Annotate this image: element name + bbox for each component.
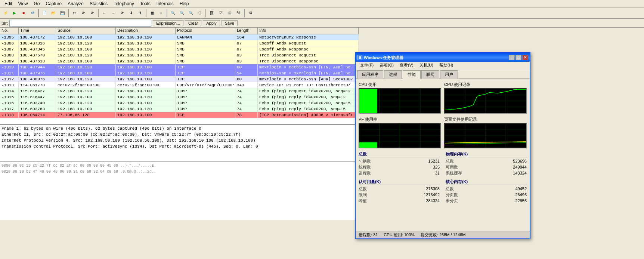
table-row[interactable]: -1309 108.437613 192.168.10.100 192.168.… [0, 58, 359, 64]
tm-totals-section: 总数 句柄数 15231 线程数 325 进程数 31 [359, 151, 440, 176]
cell-dst: 192.168.10.100 [116, 52, 176, 58]
cell-proto: LANMAN [176, 34, 235, 40]
toolbar-btn-6[interactable]: 📂 [49, 9, 58, 17]
tm-menu-options[interactable]: 选项(O) [377, 62, 397, 68]
toolbar-btn-16[interactable]: ▦ [148, 9, 156, 17]
toolbar-btn-10[interactable]: ⟳ [88, 9, 96, 17]
cell-info: Tree Disconnect Request [258, 52, 359, 58]
table-row[interactable]: -1308 108.437570 192.168.10.120 192.168.… [0, 52, 359, 58]
table-row[interactable]: -1316 116.602740 192.168.10.120 192.168.… [0, 100, 359, 106]
toolbar-btn-zoom-out[interactable]: 🔍 [178, 9, 186, 17]
filter-input[interactable] [9, 20, 151, 27]
cell-src: 192.168.10.100 [56, 106, 116, 112]
menu-edit[interactable]: Edit [1, 0, 15, 7]
cell-dst: cc:02:2f:ac:00:00 [116, 82, 176, 88]
table-row[interactable]: -1315 115.616447 192.168.10.100 192.168.… [0, 94, 359, 100]
menu-statistics[interactable]: Statistics [87, 0, 111, 7]
tm-maximize-button[interactable]: □ [515, 55, 521, 60]
tm-menu-help[interactable]: 帮助(H) [436, 62, 456, 68]
table-row[interactable]: -1312 108.438076 192.168.10.120 192.168.… [0, 76, 359, 82]
toolbar-btn-zoom-in[interactable]: 🔍 [169, 9, 177, 17]
tm-menu-file[interactable]: 文件(F) [357, 62, 377, 68]
tm-tab-networking[interactable]: 联网 [421, 70, 439, 79]
tm-commit-peak-value: 284324 [426, 198, 440, 204]
save-button[interactable]: Save [222, 20, 238, 26]
table-row[interactable]: -1305 108.437172 192.168.10.100 192.168.… [0, 34, 359, 40]
cell-no: -1307 [0, 46, 19, 52]
packet-list: No. Time Source Destination Protocol Len… [0, 28, 359, 125]
clear-button[interactable]: Clear [185, 20, 201, 26]
cell-proto: SMB [176, 52, 235, 58]
cell-info: Echo (ping) reply id=0x0200, seq=15 [258, 106, 359, 112]
toolbar-btn-color4[interactable]: % [235, 9, 243, 17]
menu-help[interactable]: Help [177, 0, 192, 7]
table-row[interactable]: -1310 108.437944 192.168.10.120 192.168.… [0, 64, 359, 70]
tm-status-cpu: CPU 使用: 100% [384, 232, 415, 238]
tm-title-icon: 🖥 [357, 55, 362, 60]
tm-menu-view[interactable]: 查看(V) [397, 62, 417, 68]
toolbar-btn-8[interactable]: ✂ [70, 9, 78, 17]
toolbar-btn-zoom-normal[interactable]: 🔍 [187, 9, 195, 17]
tm-cpu-row: CPU 使用 100 % [359, 82, 527, 114]
hex-content: 0000 00 0c 29 c5 22 7f cc 02 2f ac 00 00… [1, 163, 357, 169]
menu-tools[interactable]: Tools [137, 0, 154, 7]
toolbar-btn-misc[interactable]: 🖥 [247, 9, 255, 17]
table-row[interactable]: -1313 114.061778 cc:02:2f:ac:00:00 cc:02… [0, 82, 359, 88]
cell-src: 192.168.10.100 [56, 46, 116, 52]
tm-minimize-button[interactable]: _ [509, 55, 515, 60]
tm-commit-section: 认可用量(K) 总数 275308 限制 1276492 峰值 284324 [359, 179, 440, 204]
tm-tab-performance[interactable]: 性能 [403, 70, 421, 79]
menu-view[interactable]: View [15, 0, 31, 7]
cell-len: 78 [235, 112, 258, 118]
expression-button[interactable]: Expression... [153, 20, 183, 26]
table-row[interactable]: -1311 108.437976 192.168.10.100 192.168.… [0, 70, 359, 76]
tm-tab-processes[interactable]: 进程 [384, 70, 402, 79]
tm-stats-right: 物理内存(K) 总数 523696 可用数 249944 系统缓存 143324 [446, 151, 527, 207]
cell-src: 192.168.10.100 [56, 58, 116, 64]
toolbar-btn-7[interactable]: 💾 [58, 9, 66, 17]
toolbar-btn-15[interactable]: ⬆ [136, 9, 144, 17]
menu-telephony[interactable]: Telephony [111, 0, 137, 7]
toolbar-btn-zoom-fit[interactable]: ⊡ [196, 9, 204, 17]
table-row[interactable]: -1314 115.616427 192.168.10.120 192.168.… [0, 88, 359, 94]
table-row[interactable]: -1317 116.602763 192.168.10.100 192.168.… [0, 106, 359, 112]
menu-go[interactable]: Go [31, 0, 43, 7]
menu-internals[interactable]: Internals [154, 0, 177, 7]
toolbar-sep-6 [205, 9, 206, 17]
cell-info: [TCP Retransmission] 40836 > microsoft [258, 112, 359, 118]
table-row[interactable]: -1306 108.437316 192.168.10.120 192.168.… [0, 40, 359, 46]
menu-capture[interactable]: Capture [43, 0, 65, 7]
toolbar-btn-9[interactable]: ⟳ [79, 9, 87, 17]
toolbar-btn-14[interactable]: ⬇ [127, 9, 135, 17]
toolbar-btn-11[interactable]: ← [100, 9, 108, 17]
tm-handles-row: 句柄数 15231 [359, 158, 440, 164]
tm-pf-usage-section: PF 使用率 274 MB [359, 117, 441, 148]
toolbar-btn-17[interactable]: ▪ [157, 9, 165, 17]
apply-button[interactable]: Apply [203, 20, 220, 26]
detail-line: Ethernet II, Src: cc:02:2f:ac:00:00 (cc:… [1, 132, 357, 138]
toolbar-btn-color3[interactable]: ⊞ [226, 9, 234, 17]
tm-kernel-nonpaged-value: 22956 [515, 198, 527, 204]
toolbar-btn-2[interactable]: ▶ [10, 9, 19, 17]
table-row[interactable]: -1318 136.064714 77.136.66.128 192.168.1… [0, 112, 359, 118]
cell-time: 116.602740 [19, 100, 56, 106]
tm-tab-applications[interactable]: 应用程序 [357, 70, 383, 79]
tm-stats-left: 总数 句柄数 15231 线程数 325 进程数 31 认可用量( [359, 151, 440, 207]
toolbar-btn-color1[interactable]: 🖼 [208, 9, 216, 17]
tm-phys-cache-row: 系统缓存 143324 [446, 170, 527, 176]
toolbar-btn-12[interactable]: → [109, 9, 117, 17]
tm-menu-shutdown[interactable]: 关机(U) [417, 62, 436, 68]
tm-tab-users[interactable]: 用户 [440, 70, 458, 79]
toolbar-btn-3[interactable]: ■ [19, 9, 28, 17]
toolbar-btn-4[interactable]: ↺ [28, 9, 37, 17]
tm-close-button[interactable]: ✕ [522, 55, 528, 60]
col-hdr-length: Length [235, 28, 258, 34]
toolbar-btn-color2[interactable]: ☑ [217, 9, 225, 17]
toolbar-btn-13[interactable]: ⟳ [118, 9, 126, 17]
toolbar-btn-5[interactable]: 📄 [40, 9, 49, 17]
toolbar-btn-1[interactable]: ⚡ [1, 9, 10, 17]
tm-kernel-total-value: 49452 [515, 186, 527, 192]
cell-src: 192.168.10.100 [56, 70, 116, 76]
table-row[interactable]: -1307 108.437345 192.168.10.100 192.168.… [0, 46, 359, 52]
menu-analyze[interactable]: Analyze [65, 0, 87, 7]
